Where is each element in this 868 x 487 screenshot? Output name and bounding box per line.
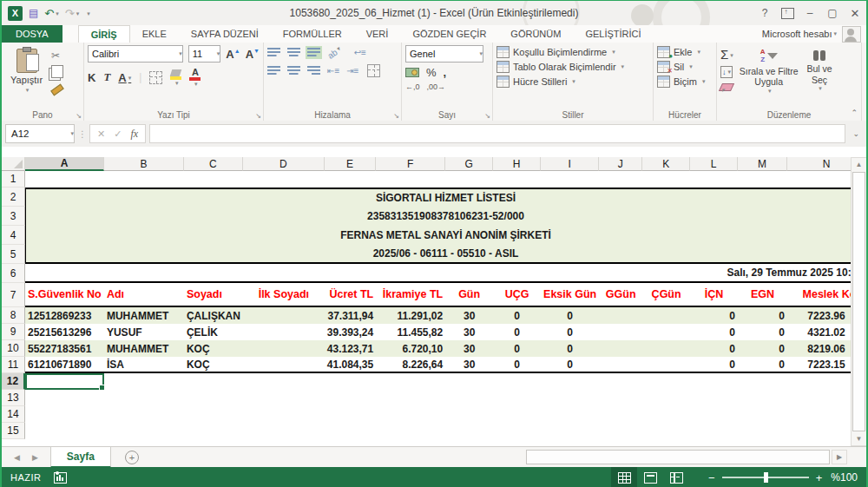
cell[interactable]: [599, 340, 642, 357]
cell[interactable]: [243, 373, 325, 390]
table-column-header[interactable]: Eksik Gün: [541, 283, 599, 307]
maximize-button[interactable]: ▢: [821, 3, 844, 23]
row-header-4[interactable]: 4: [2, 226, 25, 245]
tab-ekle[interactable]: EKLE: [130, 25, 179, 43]
column-header-I[interactable]: I: [541, 157, 599, 171]
cell[interactable]: [104, 423, 184, 439]
font-name-combo[interactable]: Calibri: [88, 45, 183, 63]
cell[interactable]: [184, 406, 243, 423]
merge-center-icon[interactable]: [367, 64, 380, 77]
cell[interactable]: MUHAMMET: [104, 307, 184, 324]
tab-giris[interactable]: GİRİŞ: [78, 25, 130, 43]
cell[interactable]: 0: [541, 324, 599, 340]
cell[interactable]: [325, 373, 376, 390]
cell[interactable]: [445, 390, 493, 406]
cell[interactable]: İSA: [104, 357, 184, 373]
enter-formula-icon[interactable]: ✓: [114, 128, 122, 140]
clipboard-dialog-launcher[interactable]: ↘: [76, 112, 82, 120]
cell[interactable]: [599, 324, 642, 340]
tab-sayfa-duzeni[interactable]: SAYFA DÜZENİ: [179, 25, 271, 43]
column-header-J[interactable]: J: [599, 157, 642, 171]
page-break-view-button[interactable]: [663, 467, 689, 487]
column-header-M[interactable]: M: [738, 157, 787, 171]
close-button[interactable]: ✕: [844, 3, 866, 23]
cell[interactable]: 11.291,02: [376, 307, 445, 324]
italic-button[interactable]: T: [103, 70, 110, 84]
cell[interactable]: [642, 324, 690, 340]
cell[interactable]: [642, 357, 690, 373]
row-header-2[interactable]: 2: [2, 188, 25, 207]
customize-quick-access-icon[interactable]: [85, 8, 90, 19]
row-header-8[interactable]: 8: [2, 307, 25, 324]
selected-cell[interactable]: [25, 373, 104, 390]
cell[interactable]: [25, 423, 104, 439]
font-size-combo[interactable]: 11: [188, 45, 221, 63]
cell[interactable]: [184, 373, 243, 390]
column-header-B[interactable]: B: [104, 157, 184, 171]
borders-icon[interactable]: [149, 71, 162, 84]
cell[interactable]: 0: [738, 340, 787, 357]
cell[interactable]: [25, 171, 104, 188]
horizontal-scrollbar[interactable]: ▶: [526, 449, 847, 464]
zoom-in-icon[interactable]: +: [816, 472, 823, 484]
ribbon-display-options-button[interactable]: [776, 3, 799, 23]
fill-icon[interactable]: ↓: [720, 66, 733, 78]
cell[interactable]: [690, 373, 738, 390]
row-header-12[interactable]: 12: [2, 373, 25, 390]
column-header-K[interactable]: K: [642, 157, 690, 171]
bold-button[interactable]: K: [88, 71, 95, 84]
zoom-slider[interactable]: [722, 477, 809, 478]
cell[interactable]: [104, 373, 184, 390]
table-column-header[interactable]: Ücret TL: [325, 283, 376, 307]
cell[interactable]: [376, 171, 445, 188]
table-column-header[interactable]: Gün: [445, 283, 493, 307]
find-select-button[interactable]: Bul ve Seç: [804, 45, 834, 109]
row-header-15[interactable]: 15: [2, 423, 25, 439]
insert-function-icon[interactable]: fx: [130, 128, 138, 141]
cell[interactable]: [445, 171, 493, 188]
copy-icon[interactable]: [51, 65, 63, 78]
cell[interactable]: [184, 171, 243, 188]
orientation-icon[interactable]: ab: [326, 44, 343, 61]
cell[interactable]: [642, 307, 690, 324]
cell[interactable]: [104, 171, 184, 188]
cell[interactable]: 6.720,10: [376, 340, 445, 357]
excel-app-icon[interactable]: X: [8, 6, 23, 21]
cell[interactable]: [541, 390, 599, 406]
table-column-header[interactable]: İlk Soyadı: [243, 283, 325, 307]
cell[interactable]: [104, 390, 184, 406]
grow-font-icon[interactable]: A▲: [226, 48, 240, 61]
cell[interactable]: [243, 390, 325, 406]
cell[interactable]: [243, 324, 325, 340]
format-as-table-button[interactable]: Tablo Olarak Biçimlendir: [496, 61, 649, 73]
cell[interactable]: [325, 171, 376, 188]
cell[interactable]: 0: [493, 307, 541, 324]
cancel-formula-icon[interactable]: ✕: [97, 128, 105, 140]
increase-decimal-icon[interactable]: ←,0: [405, 82, 420, 91]
cell[interactable]: [445, 406, 493, 423]
cell[interactable]: [599, 390, 642, 406]
redo-icon[interactable]: ↷: [65, 8, 79, 19]
cell[interactable]: 37.311,94: [325, 307, 376, 324]
format-cells-button[interactable]: Biçim: [657, 76, 713, 88]
column-header-L[interactable]: L: [690, 157, 738, 171]
cell[interactable]: [243, 307, 325, 324]
sort-filter-button[interactable]: AZ Sırala ve Filtre Uygula: [737, 45, 801, 109]
cell[interactable]: [642, 373, 690, 390]
cell[interactable]: [599, 406, 642, 423]
cell[interactable]: ÇELİK: [184, 324, 243, 340]
underline-button[interactable]: A: [118, 71, 131, 84]
align-bottom-icon[interactable]: [307, 48, 320, 57]
insert-cells-button[interactable]: ● Ekle: [657, 46, 713, 58]
vertical-scroll-thumb[interactable]: [852, 172, 865, 431]
cell[interactable]: [493, 171, 541, 188]
cell[interactable]: [25, 390, 104, 406]
cell[interactable]: 0: [738, 324, 787, 340]
cell[interactable]: [493, 406, 541, 423]
formula-bar-splitter[interactable]: ⋮: [78, 129, 86, 139]
formula-input[interactable]: [149, 124, 845, 143]
column-header-A[interactable]: A: [25, 157, 104, 171]
cell[interactable]: 41.084,35: [325, 357, 376, 373]
normal-view-button[interactable]: [611, 467, 637, 487]
scroll-right-icon[interactable]: ▶: [832, 450, 847, 464]
